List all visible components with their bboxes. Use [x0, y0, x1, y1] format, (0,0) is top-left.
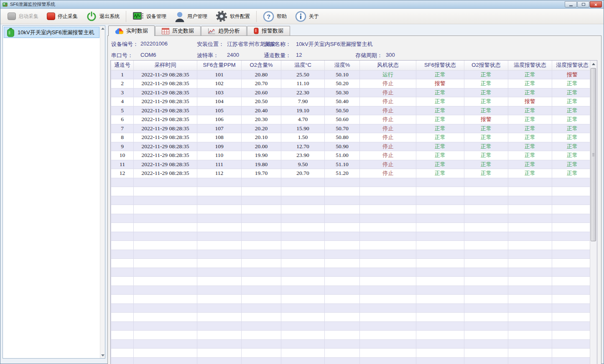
- scroll-up-icon[interactable]: [101, 28, 104, 30]
- cell-hum: 51.10: [325, 160, 360, 169]
- cell-o2_alarm: 正常: [464, 88, 508, 97]
- cell-temp_alarm: 正常: [508, 142, 552, 151]
- cell-temp: 20.70: [281, 169, 325, 178]
- scroll-up-button[interactable]: [590, 61, 597, 68]
- cell-sf6: 106: [197, 115, 242, 124]
- cell-sf6_alarm: 正常: [416, 97, 464, 106]
- cell-fan: 停止: [360, 151, 416, 160]
- stop-capture-button[interactable]: 停止采集: [43, 11, 82, 21]
- cell-temp_alarm: 正常: [508, 79, 552, 88]
- cell-hum_alarm: 正常: [552, 133, 590, 142]
- baud-rate-value: 2400: [227, 52, 239, 58]
- cell-temp_alarm: 正常: [508, 124, 552, 133]
- cell-fan: 停止: [360, 79, 416, 88]
- cell-hum: 50.60: [325, 115, 360, 124]
- titlebar: SF6泄漏监控报警系统 ×: [0, 0, 604, 9]
- cell-temp: 9.50: [281, 160, 325, 169]
- column-header[interactable]: 风机状态: [360, 61, 416, 70]
- cell-ch: 11: [111, 160, 134, 169]
- cell-sf6_alarm: 正常: [416, 151, 464, 160]
- tab-alarm-data[interactable]: 报警数据: [247, 26, 290, 35]
- cell-temp_alarm: 正常: [508, 106, 552, 115]
- help-button[interactable]: ? 帮助: [259, 10, 291, 23]
- start-capture-button[interactable]: 启动采集: [4, 11, 42, 21]
- cell-hum_alarm: 正常: [552, 124, 590, 133]
- table-empty-row: [111, 232, 590, 241]
- exit-system-button[interactable]: 退出系统: [82, 10, 123, 23]
- table-row[interactable]: 72022-11-29 08:28:3510720.2015.9050.70停止…: [111, 124, 590, 133]
- close-button[interactable]: ×: [590, 1, 602, 8]
- cell-hum_alarm: 正常: [552, 97, 590, 106]
- cell-sf6: 109: [197, 142, 242, 151]
- toolbar: 启动采集 停止采集 退出系统: [0, 9, 604, 24]
- cell-sf6: 101: [197, 70, 242, 79]
- cell-temp: 23.90: [281, 151, 325, 160]
- tab-trend-analysis[interactable]: 趋势分析: [201, 26, 247, 35]
- trend-chart-icon: [208, 28, 215, 34]
- baud-rate-label: 波特率：: [197, 52, 219, 59]
- cell-sf6: 110: [197, 151, 242, 160]
- scroll-down-icon[interactable]: [101, 354, 104, 356]
- table-row[interactable]: 112022-11-29 08:28:3511119.809.5051.10停止…: [111, 160, 590, 169]
- table-row[interactable]: 52022-11-29 08:28:3510520.4019.1050.50停止…: [111, 106, 590, 115]
- column-header[interactable]: 湿度%: [325, 61, 360, 70]
- table-row[interactable]: 102022-11-29 08:28:3511019.9023.9051.00停…: [111, 151, 590, 160]
- device-management-button[interactable]: 设备管理: [129, 10, 170, 22]
- table-empty-row: [111, 286, 590, 295]
- cell-time: 2022-11-29 08:28:35: [134, 169, 197, 178]
- tab-history-data[interactable]: 历史数据: [155, 26, 201, 35]
- toolbar-separator: [126, 11, 126, 22]
- table-row[interactable]: 42022-11-29 08:28:3510420.507.9050.40停止正…: [111, 97, 590, 106]
- toolbar-separator: [256, 11, 257, 22]
- sidebar-item-device[interactable]: 10kV开关室内SF6泄漏报警主机: [4, 27, 99, 38]
- cell-fan: 运行: [360, 70, 416, 79]
- cell-hum: 51.00: [325, 151, 360, 160]
- table-row[interactable]: 92022-11-29 08:28:3510920.0012.7050.90停止…: [111, 142, 590, 151]
- maximize-button[interactable]: [577, 1, 589, 8]
- sidebar-scrollbar[interactable]: [100, 26, 105, 358]
- column-header[interactable]: 湿度报警状态: [552, 61, 590, 70]
- cell-temp_alarm: 正常: [508, 70, 552, 79]
- column-header[interactable]: O2含量%: [242, 61, 281, 70]
- cell-o2_alarm: 正常: [464, 151, 508, 160]
- user-management-button[interactable]: 用户管理: [171, 10, 211, 23]
- channel-count-value: 12: [296, 52, 302, 58]
- table-scrollbar[interactable]: [590, 61, 597, 364]
- about-button[interactable]: 关于: [291, 10, 323, 23]
- cell-sf6_alarm: 正常: [416, 88, 464, 97]
- table-row[interactable]: 122022-11-29 08:28:3511219.7020.7051.20停…: [111, 169, 590, 178]
- tab-label: 实时数据: [126, 27, 148, 35]
- scroll-up-icon: [592, 63, 595, 65]
- realtime-data-table: 通道号采样时间SF6含量PPMO2含量%温度°C湿度%风机状态SF6报警状态O2…: [111, 61, 590, 364]
- software-config-button[interactable]: 软件配置: [212, 9, 254, 23]
- table-row[interactable]: 62022-11-29 08:28:3510620.304.7050.60停止正…: [111, 115, 590, 124]
- tab-realtime-data[interactable]: 实时数据: [108, 25, 155, 36]
- column-header[interactable]: SF6含量PPM: [197, 61, 242, 70]
- table-row[interactable]: 22022-11-29 08:28:3510220.7011.1050.20停止…: [111, 79, 590, 88]
- cell-o2: 20.00: [242, 142, 281, 151]
- realtime-tab-content: 设备编号： 202201006 安装位置： 江苏省常州市龙城变 设备名称： 10…: [107, 35, 601, 364]
- table-row[interactable]: 12022-11-29 08:28:3510120.8025.5050.10运行…: [111, 70, 590, 79]
- cell-hum_alarm: 正常: [552, 115, 590, 124]
- cell-temp: 11.10: [281, 79, 325, 88]
- column-header[interactable]: SF6报警状态: [416, 61, 464, 70]
- column-header[interactable]: O2报警状态: [464, 61, 508, 70]
- minimize-button[interactable]: [565, 1, 577, 8]
- scrollbar-thumb[interactable]: [591, 68, 596, 241]
- column-header[interactable]: 采样时间: [134, 61, 197, 70]
- power-icon: [86, 11, 97, 22]
- table-empty-row: [111, 187, 590, 196]
- table-empty-row: [111, 277, 590, 286]
- table-row[interactable]: 32022-11-29 08:28:3510320.6022.3050.30停止…: [111, 88, 590, 97]
- cell-ch: 4: [111, 97, 134, 106]
- table-empty-row: [111, 357, 590, 364]
- cell-fan: 停止: [360, 142, 416, 151]
- cell-o2_alarm: 正常: [464, 133, 508, 142]
- column-header[interactable]: 通道号: [111, 61, 134, 70]
- column-header[interactable]: 温度报警状态: [508, 61, 552, 70]
- cell-hum: 50.10: [325, 70, 360, 79]
- column-header[interactable]: 温度°C: [281, 61, 325, 70]
- alarm-icon: [254, 28, 259, 34]
- table-row[interactable]: 82022-11-29 08:28:3510820.101.5050.80停止正…: [111, 133, 590, 142]
- help-label: 帮助: [277, 13, 287, 20]
